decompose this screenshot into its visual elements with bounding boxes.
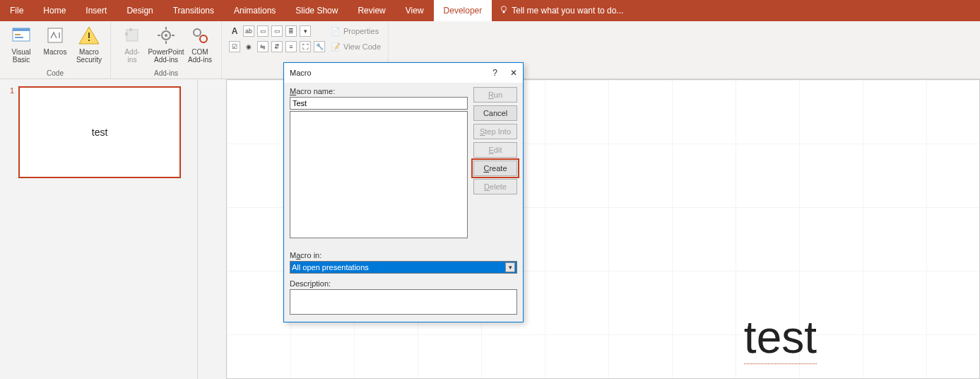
- gear-icon: [155, 24, 177, 47]
- group-code-label: Code: [47, 69, 64, 78]
- run-button[interactable]: Run: [473, 87, 517, 103]
- option-control-icon[interactable]: ◉: [243, 41, 254, 52]
- tab-animations[interactable]: Animations: [224, 0, 285, 21]
- label-control-icon[interactable]: A: [229, 25, 240, 37]
- visual-basic-icon: [10, 24, 33, 47]
- macro-in-select[interactable]: All open presentations ▾: [290, 261, 517, 274]
- warning-icon: [78, 24, 100, 47]
- gear-cog-icon: [189, 24, 211, 47]
- textbox-control-icon[interactable]: ab: [243, 25, 254, 37]
- delete-button[interactable]: Delete: [473, 179, 517, 194]
- macro-security-label: Macro Security: [76, 48, 102, 64]
- com-addins-button[interactable]: COM Add-ins: [183, 23, 217, 64]
- macro-security-button[interactable]: Macro Security: [72, 23, 106, 64]
- tab-view[interactable]: View: [396, 0, 434, 21]
- controls-gallery: A ab ▭ ▭ ≣ ▾ ☑ ◉ ⇋ ⇵ ≡ ⛶ 🔧: [226, 23, 328, 55]
- tab-home[interactable]: Home: [33, 0, 76, 21]
- button-control-icon[interactable]: ▭: [271, 25, 283, 37]
- svg-rect-3: [13, 28, 30, 31]
- macro-in-value: All open presentations: [292, 263, 369, 272]
- checkbox-control-icon[interactable]: ☑: [229, 41, 240, 52]
- slide-number: 1: [10, 86, 14, 178]
- dialog-help-button[interactable]: ?: [492, 68, 497, 78]
- slide-thumbnail[interactable]: test: [18, 86, 181, 178]
- group-addins-label: Add-ins: [154, 69, 178, 78]
- svg-rect-7: [88, 33, 90, 38]
- macro-in-label: Macro in:: [290, 251, 517, 260]
- thumbnail-text: test: [92, 127, 108, 138]
- svg-rect-5: [15, 37, 23, 38]
- svg-point-16: [194, 29, 201, 36]
- slide-text-box[interactable]: test: [744, 311, 817, 364]
- listbox-control-icon[interactable]: ≣: [285, 25, 297, 37]
- combobox-control-icon[interactable]: ▾: [300, 25, 311, 37]
- close-icon[interactable]: ✕: [510, 68, 517, 78]
- cancel-button[interactable]: Cancel: [473, 105, 517, 121]
- tab-developer[interactable]: Developer: [434, 0, 492, 21]
- svg-point-0: [502, 6, 507, 11]
- tab-design[interactable]: Design: [117, 0, 163, 21]
- macro-name-label: Macro name:: [290, 87, 468, 95]
- svg-rect-4: [15, 34, 20, 35]
- svg-rect-8: [88, 40, 90, 41]
- spin-control-icon[interactable]: ⇵: [271, 41, 283, 52]
- group-addins: Add- ins PowerPoint Add-ins COM Add-ins …: [111, 21, 222, 78]
- view-code-label: View Code: [343, 42, 381, 51]
- dialog-title-text: Macro: [290, 69, 312, 77]
- scrollbar-control-icon[interactable]: ≡: [285, 41, 297, 52]
- svg-rect-1: [503, 11, 505, 13]
- properties-button[interactable]: 📄 Properties: [331, 25, 381, 37]
- properties-label: Properties: [343, 27, 379, 35]
- visual-basic-button[interactable]: Visual Basic: [4, 23, 38, 64]
- macro-dialog: Macro ? ✕ Macro name: Run Cancel Step In…: [283, 62, 524, 322]
- lightbulb-icon: [499, 5, 509, 17]
- pp-addins-label: PowerPoint Add-ins: [148, 48, 184, 64]
- more-controls-icon[interactable]: 🔧: [314, 41, 325, 52]
- macros-icon: [44, 24, 66, 47]
- properties-icon: 📄: [331, 27, 341, 36]
- view-code-button[interactable]: 📝 View Code: [331, 41, 381, 52]
- tell-me-search[interactable]: Tell me what you want to do...: [492, 0, 630, 21]
- addins-label: Add- ins: [124, 48, 139, 64]
- tab-slideshow[interactable]: Slide Show: [285, 0, 348, 21]
- tell-me-label: Tell me what you want to do...: [512, 6, 623, 16]
- addins-button[interactable]: Add- ins: [115, 23, 149, 64]
- com-addins-label: COM Add-ins: [188, 48, 212, 64]
- chevron-down-icon[interactable]: ▾: [505, 262, 515, 272]
- tab-transitions[interactable]: Transitions: [163, 0, 224, 21]
- create-button[interactable]: Create: [473, 161, 517, 176]
- ribbon-tabs: File Home Insert Design Transitions Anim…: [0, 0, 980, 21]
- dialog-titlebar[interactable]: Macro ? ✕: [284, 63, 523, 83]
- edit-button[interactable]: Edit: [473, 142, 517, 158]
- addins-icon: [121, 24, 143, 47]
- view-code-icon: 📝: [331, 42, 341, 52]
- thumbnail-panel: 1 test: [0, 79, 198, 379]
- groupbox-control-icon[interactable]: ▭: [257, 25, 268, 37]
- svg-point-17: [200, 35, 207, 42]
- macros-label: Macros: [44, 48, 67, 56]
- group-code: Visual Basic Macros Macro Security Code: [0, 21, 111, 78]
- svg-rect-9: [126, 30, 138, 41]
- macro-name-input[interactable]: [290, 97, 468, 110]
- toggle-control-icon[interactable]: ⇋: [257, 41, 268, 52]
- visual-basic-label: Visual Basic: [11, 48, 30, 64]
- tab-review[interactable]: Review: [348, 0, 395, 21]
- svg-point-11: [165, 34, 167, 37]
- powerpoint-addins-button[interactable]: PowerPoint Add-ins: [149, 23, 183, 64]
- tab-file[interactable]: File: [0, 0, 33, 21]
- image-control-icon[interactable]: ⛶: [300, 41, 311, 52]
- macros-button[interactable]: Macros: [38, 23, 72, 56]
- description-box[interactable]: [290, 289, 517, 315]
- step-into-button[interactable]: Step Into: [473, 124, 517, 139]
- tab-insert[interactable]: Insert: [76, 0, 117, 21]
- macro-list[interactable]: [290, 111, 468, 238]
- description-label: Description:: [290, 279, 517, 288]
